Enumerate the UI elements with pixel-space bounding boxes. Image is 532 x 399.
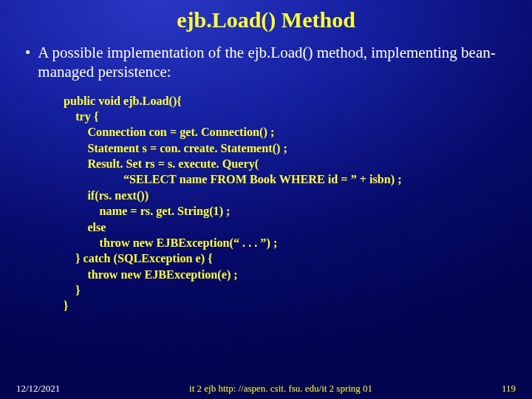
footer-page-number: 119 [502,383,516,395]
bullet-text: A possible implementation of the ejb.Loa… [38,43,510,82]
footer-date: 12/12/2021 [16,383,60,395]
footer-center: it 2 ejb http: //aspen. csit. fsu. edu/i… [60,383,502,395]
slide-footer: 12/12/2021 it 2 ejb http: //aspen. csit.… [0,383,532,395]
bullet-item: • A possible implementation of the ejb.L… [22,43,510,82]
slide-body: • A possible implementation of the ejb.L… [0,33,532,315]
bullet-marker: • [22,43,38,82]
slide-title: ejb.Load() Method [0,0,532,33]
code-block: public void ejb.Load(){ try { Connection… [22,82,510,315]
slide: ejb.Load() Method • A possible implement… [0,0,532,399]
